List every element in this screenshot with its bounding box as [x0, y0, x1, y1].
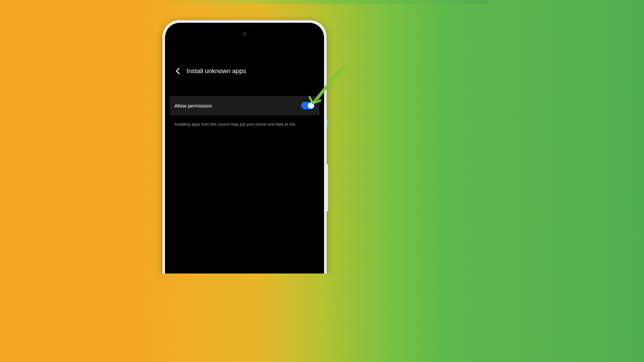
phone-bezel: Install unknown apps Allow permission In… [165, 23, 324, 274]
settings-header: Install unknown apps [170, 61, 319, 81]
phone-screen: Install unknown apps Allow permission In… [170, 27, 319, 274]
phone-camera-notch [242, 32, 247, 36]
chevron-left-icon [176, 68, 180, 74]
phone-frame: Install unknown apps Allow permission In… [162, 20, 327, 274]
setting-label: Allow permission [174, 103, 212, 109]
allow-permission-toggle[interactable] [301, 102, 315, 109]
allow-permission-row[interactable]: Allow permission [170, 96, 319, 115]
decorative-top-bar [0, 0, 488, 4]
toggle-knob [308, 103, 314, 109]
back-button[interactable] [174, 67, 182, 75]
page-title: Install unknown apps [186, 67, 246, 75]
warning-text: Installing apps from this source may put… [170, 115, 319, 133]
phone-volume-button [327, 164, 328, 211]
phone-power-button [327, 120, 328, 127]
